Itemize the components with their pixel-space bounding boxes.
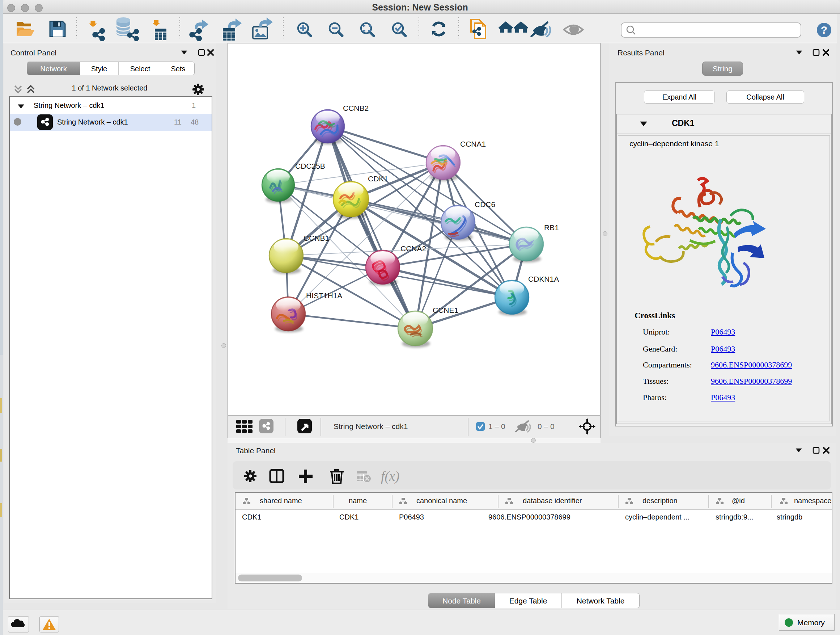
svg-text:CDC25B: CDC25B	[295, 162, 325, 170]
svg-text:f(x): f(x)	[381, 469, 399, 484]
svg-text:CCNA2: CCNA2	[401, 244, 426, 253]
svg-text:?: ?	[821, 24, 827, 36]
svg-text:CCNB1: CCNB1	[303, 234, 329, 242]
svg-text:CDKN1A: CDKN1A	[528, 275, 559, 283]
svg-text:HIST1H1A: HIST1H1A	[306, 291, 342, 300]
svg-text:CDC6: CDC6	[475, 200, 495, 209]
svg-text:CCNB2: CCNB2	[343, 104, 369, 112]
svg-text:RB1: RB1	[544, 223, 559, 232]
svg-text:CDK1: CDK1	[368, 174, 388, 183]
svg-text:CCNE1: CCNE1	[433, 306, 458, 314]
svg-text:CCNA1: CCNA1	[460, 140, 486, 148]
